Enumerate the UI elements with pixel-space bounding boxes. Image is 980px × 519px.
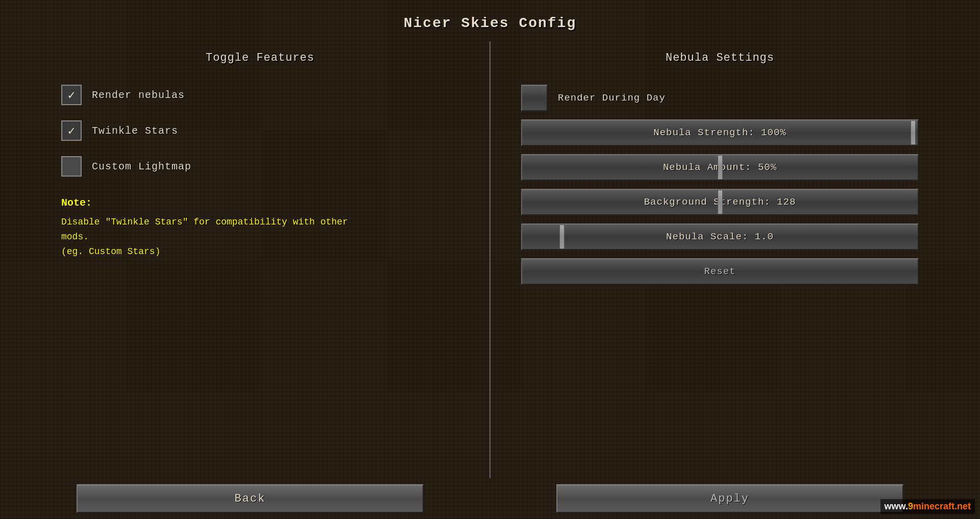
- toggle-features-title: Toggle Features: [61, 52, 459, 64]
- nebula-amount-container: Nebula Amount: 50%: [521, 154, 919, 181]
- nebula-strength-container: Nebula Strength: 100%: [521, 119, 919, 146]
- left-panel: Toggle Features Render nebulas Twinkle S…: [20, 41, 491, 478]
- background-strength-handle[interactable]: [718, 190, 723, 214]
- checkbox-custom-lightmap[interactable]: Custom Lightmap: [61, 156, 459, 177]
- bottom-bar: Back Apply: [0, 478, 980, 519]
- checkbox-box-twinkle-stars[interactable]: [61, 120, 82, 141]
- checkbox-label-twinkle-stars: Twinkle Stars: [92, 125, 178, 137]
- nebula-strength-slider[interactable]: Nebula Strength: 100%: [521, 119, 919, 146]
- nebula-scale-container: Nebula Scale: 1.0: [521, 224, 919, 250]
- render-during-day-toggle[interactable]: [521, 85, 548, 111]
- checkbox-box-custom-lightmap[interactable]: [61, 156, 82, 177]
- nebula-strength-label: Nebula Strength: 100%: [653, 127, 786, 138]
- reset-button[interactable]: Reset: [521, 258, 919, 285]
- right-panel: Nebula Settings Render During Day Nebula…: [491, 41, 960, 478]
- bottom-left: Back: [20, 483, 490, 514]
- nebula-scale-label: Nebula Scale: 1.0: [666, 231, 774, 242]
- checkbox-twinkle-stars[interactable]: Twinkle Stars: [61, 120, 459, 141]
- nebula-strength-handle[interactable]: [911, 120, 916, 145]
- background-strength-container: Background Strength: 128: [521, 189, 919, 215]
- main-content: Toggle Features Render nebulas Twinkle S…: [0, 41, 980, 478]
- checkbox-render-nebulas[interactable]: Render nebulas: [61, 85, 459, 105]
- note-title: Note:: [61, 197, 459, 209]
- apply-button[interactable]: Apply: [556, 484, 903, 513]
- background-strength-slider[interactable]: Background Strength: 128: [521, 189, 919, 215]
- nebula-amount-slider[interactable]: Nebula Amount: 50%: [521, 154, 919, 181]
- nebula-amount-handle[interactable]: [718, 155, 723, 180]
- checkbox-box-render-nebulas[interactable]: [61, 85, 82, 105]
- nebula-scale-slider[interactable]: Nebula Scale: 1.0: [521, 224, 919, 250]
- page-container: Nicer Skies Config Toggle Features Rende…: [0, 0, 980, 519]
- note-text: Disable "Twinkle Stars" for compatibilit…: [61, 215, 459, 259]
- render-during-day-label: Render During Day: [558, 92, 666, 104]
- note-section: Note: Disable "Twinkle Stars" for compat…: [61, 197, 459, 259]
- nebula-scale-handle[interactable]: [559, 225, 565, 249]
- watermark: www.9minecraft.net: [880, 499, 975, 514]
- checkbox-label-custom-lightmap: Custom Lightmap: [92, 161, 191, 172]
- nebula-settings-title: Nebula Settings: [521, 52, 919, 64]
- back-button[interactable]: Back: [77, 484, 424, 513]
- page-title: Nicer Skies Config: [0, 0, 980, 41]
- render-during-day-row: Render During Day: [521, 85, 919, 111]
- checkbox-label-render-nebulas: Render nebulas: [92, 89, 185, 101]
